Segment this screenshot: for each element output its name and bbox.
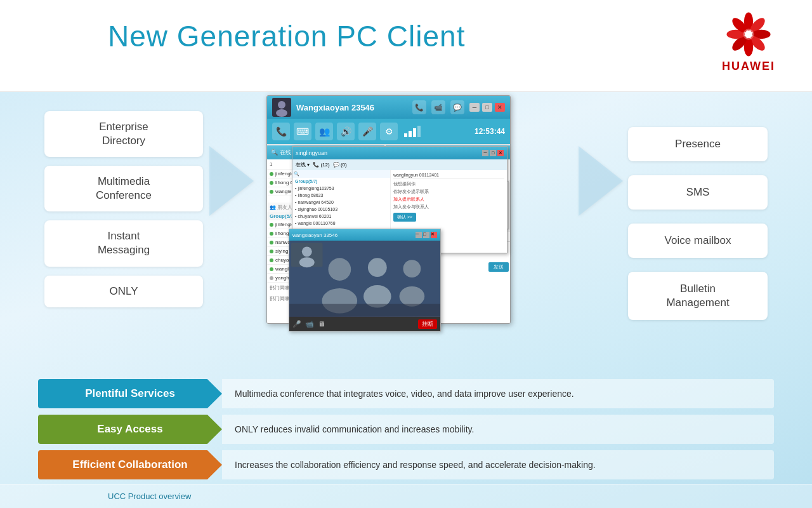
plentiful-desc: Multimedia conference that integrates vo…	[222, 379, 774, 408]
espace-titlebar: Wangxiaoyan 23546 📞 📹 💬 ─ □ ✕	[267, 96, 510, 119]
video-title-text: wangxiaoyan 33546	[292, 232, 337, 238]
plentiful-label: Plentiful Services	[38, 379, 222, 408]
video-titlebar: wangxiaoyan 33546 ─ □ ✕	[289, 229, 440, 241]
user-avatar	[272, 98, 291, 117]
sub-controls: ─ □ ✕	[482, 150, 504, 156]
footer-text: UCC Product overview	[108, 491, 192, 501]
feature-row-efficient: Efficient Collaboration Increases the co…	[38, 450, 774, 479]
sub-c6: • wangle 000110768	[292, 220, 390, 227]
window-controls: ─ □ ✕	[469, 103, 505, 112]
feature-box-multimedia-conference: MultimediaConference	[44, 166, 203, 211]
video-cam-icon[interactable]: 📹	[305, 320, 314, 328]
video-end-button[interactable]: 挂断	[418, 319, 437, 329]
close-button[interactable]: ✕	[495, 103, 505, 112]
svg-point-25	[302, 246, 312, 257]
send-button[interactable]: 发送	[488, 262, 509, 272]
contact-status-dot	[270, 250, 273, 253]
toolbar-settings-icon[interactable]: ⚙	[380, 123, 398, 140]
sub-c4: • slyinghao 00105103	[292, 206, 390, 213]
sub-status: 在线 ▾	[296, 161, 310, 168]
sub-c2: • lihong 68623	[292, 192, 390, 199]
left-arrow-icon	[209, 146, 254, 216]
svg-rect-23	[289, 304, 440, 317]
signal-icon	[404, 126, 423, 137]
toolbar-phone-icon[interactable]: 📞	[272, 123, 290, 140]
sub-contacts-bar: 在线 ▾ 📞 (12) 💬 (0)	[292, 159, 507, 170]
sub-msg-2: 你好发令提示联系	[393, 189, 504, 195]
minimize-button[interactable]: ─	[469, 103, 480, 112]
video-close[interactable]: ✕	[431, 232, 437, 238]
sub-c5: • chuyarwei 60201	[292, 213, 390, 220]
toolbar-mic-icon[interactable]: 🎤	[358, 123, 376, 140]
sub-titlebar: xinglingyuan ─ □ ✕	[292, 147, 507, 159]
feature-box-only: ONLY	[44, 276, 203, 307]
video-controls: ─ □ ✕	[416, 232, 437, 238]
sub-c1: • jinfenglong103753	[292, 185, 390, 192]
feature-box-bulletin-management: BulletinManagement	[628, 272, 768, 320]
sub-close[interactable]: ✕	[497, 150, 504, 156]
contact-status-dot	[270, 190, 273, 194]
svg-point-19	[368, 258, 387, 277]
maximize-button[interactable]: □	[482, 103, 492, 112]
sub-minimize[interactable]: ─	[482, 150, 488, 156]
svg-point-26	[299, 257, 315, 267]
video-mute-icon[interactable]: 🎤	[292, 320, 301, 328]
right-feature-boxes: Presence SMS Voice mailbox BulletinManag…	[628, 127, 768, 320]
feature-box-enterprise-directory: EnterpriseDirectory	[44, 111, 203, 157]
video-icon[interactable]: 📹	[431, 100, 445, 114]
svg-rect-13	[409, 131, 412, 137]
right-arrow-icon	[579, 146, 623, 216]
chat-icon[interactable]: 💬	[450, 100, 464, 114]
video-svg	[289, 241, 440, 317]
easy-access-desc: ONLY reduces invalid communication and i…	[222, 415, 774, 444]
espace-toolbar: 📞 ⌨ 👥 🔊 🎤 ⚙ 12:53:44	[267, 119, 510, 144]
window-title-name: Wangxiaoyan 23546	[296, 103, 407, 112]
contact-status-dot	[270, 241, 273, 244]
feature-row-easy: Easy Access ONLY reduces invalid communi…	[38, 415, 774, 444]
feature-box-voice-mailbox: Voice mailbox	[628, 224, 768, 258]
toolbar-volume-icon[interactable]: 🔊	[337, 123, 355, 140]
sub-confirm-button[interactable]: 确认 >>	[393, 213, 416, 222]
page-title: New Generation PC Client	[108, 19, 465, 53]
svg-point-21	[403, 260, 421, 277]
phone-icon[interactable]: 📞	[412, 100, 426, 114]
toolbar-dialpad-icon[interactable]: ⌨	[294, 123, 311, 140]
svg-point-22	[400, 286, 425, 307]
feature-box-presence: Presence	[628, 127, 768, 161]
efficient-collab-label: Efficient Collaboration	[38, 450, 222, 479]
huawei-logo: HUAWEI	[710, 11, 787, 78]
toolbar-contacts-icon[interactable]: 👥	[315, 123, 333, 140]
video-minimize[interactable]: ─	[416, 232, 422, 238]
bottom-features: Plentiful Services Multimedia conference…	[0, 379, 812, 479]
sub-group-header: Group(5/7)	[292, 178, 390, 185]
svg-rect-15	[417, 126, 421, 137]
contact-status-dot	[270, 232, 273, 236]
video-maximize[interactable]: □	[423, 232, 429, 238]
easy-access-label: Easy Access	[38, 415, 222, 444]
huawei-text: HUAWEI	[722, 60, 775, 73]
video-toolbar: 🎤 📹 🖥 挂断	[289, 317, 440, 331]
video-window: wangxiaoyan 33546 ─ □ ✕	[289, 229, 441, 331]
video-content	[289, 241, 440, 317]
sub-search: 🔍	[292, 170, 390, 178]
contact-status-dot	[270, 223, 273, 227]
feature-box-instant-messaging: InstantMessaging	[44, 220, 203, 266]
sub-msg-3: 加入提示联系人	[393, 196, 504, 203]
sub-msgs: 💬 (0)	[333, 162, 347, 168]
feature-box-sms: SMS	[628, 175, 768, 210]
sub-msg-header: wanglingyun 00112401	[393, 173, 504, 179]
efficient-collab-desc: Increases the collaboration efficiency a…	[222, 450, 774, 479]
sub-maximize[interactable]: □	[490, 150, 496, 156]
contact-status-dot	[270, 276, 273, 280]
svg-rect-14	[413, 128, 416, 137]
sub-calls: 📞 (12)	[313, 162, 329, 168]
sub-actions: 确认 >>	[393, 213, 504, 222]
svg-point-17	[328, 258, 351, 281]
svg-point-10	[278, 101, 285, 109]
sub-msg-4: 加入发令与联系人	[393, 204, 504, 210]
screenshot-mockup: Wangxiaoyan 23546 📞 📹 💬 ─ □ ✕ 📞 ⌨ 👥 🔊 🎤 …	[266, 95, 520, 324]
huawei-logo-icon	[726, 11, 771, 57]
video-share-icon[interactable]: 🖥	[318, 320, 325, 328]
contact-status-dot	[270, 258, 273, 262]
time-display: 12:53:44	[475, 127, 505, 136]
